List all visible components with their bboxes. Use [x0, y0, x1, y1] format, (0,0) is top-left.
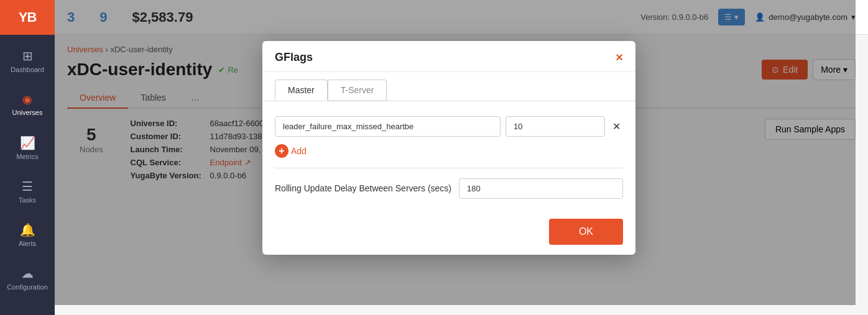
flag-value-input[interactable] — [506, 116, 605, 137]
modal-overlay: GFlags × Master T-Server ✕ — [55, 0, 856, 305]
sidebar-item-alerts[interactable]: 🔔 Alerts — [0, 214, 55, 257]
add-label: Add — [291, 146, 307, 156]
sidebar-label-metrics: Metrics — [16, 153, 38, 161]
add-row: + Add — [275, 144, 623, 158]
sidebar-nav: ⊞ Dashboard ◉ Universes 📈 Metrics ☰ Task… — [0, 35, 55, 301]
content-area: Universes › xDC-user-identity xDC-user-i… — [55, 35, 868, 315]
flag-delete-button[interactable]: ✕ — [610, 118, 623, 135]
rolling-label: Rolling Update Delay Between Servers (se… — [275, 183, 451, 193]
ok-button[interactable]: OK — [549, 219, 623, 245]
modal-tabs: Master T-Server — [262, 72, 635, 101]
alerts-icon: 🔔 — [20, 222, 35, 237]
universes-icon: ◉ — [22, 93, 32, 106]
main-content: 3 9 $2,583.79 Version: 0.9.0.0-b6 ☰ ▾ 👤 … — [55, 0, 868, 315]
add-flag-button[interactable]: + Add — [275, 144, 307, 158]
modal-tab-tserver[interactable]: T-Server — [328, 80, 387, 101]
modal-title: GFlags — [275, 51, 313, 64]
add-circle-icon: + — [275, 144, 289, 158]
sidebar-item-metrics[interactable]: 📈 Metrics — [0, 127, 55, 170]
sidebar-item-tasks[interactable]: ☰ Tasks — [0, 170, 55, 214]
sidebar-label-tasks: Tasks — [19, 196, 36, 204]
modal-tab-master[interactable]: Master — [275, 80, 328, 101]
modal-footer: OK — [262, 219, 635, 255]
modal-header: GFlags × — [262, 41, 635, 72]
sidebar-label-dashboard: Dashboard — [11, 66, 44, 74]
modal-body: ✕ + Add Rolling Update Delay B — [262, 109, 635, 219]
sidebar-item-universes[interactable]: ◉ Universes — [0, 83, 55, 127]
flag-name-input[interactable] — [275, 116, 501, 137]
dashboard-icon: ⊞ — [22, 48, 33, 63]
sidebar-label-universes: Universes — [12, 109, 43, 117]
app-logo[interactable]: YB — [0, 0, 55, 35]
metrics-icon: 📈 — [20, 135, 35, 150]
rolling-delay-input[interactable] — [459, 178, 623, 199]
sidebar-item-dashboard[interactable]: ⊞ Dashboard — [0, 40, 55, 83]
configuration-icon: ☁ — [21, 266, 34, 281]
modal-close-button[interactable]: × — [616, 51, 623, 63]
sidebar-label-alerts: Alerts — [19, 240, 36, 248]
logo-text: YB — [19, 9, 37, 25]
sidebar: YB ⊞ Dashboard ◉ Universes 📈 Metrics ☰ T… — [0, 0, 55, 315]
rolling-update-row: Rolling Update Delay Between Servers (se… — [275, 178, 623, 199]
tasks-icon: ☰ — [22, 179, 33, 194]
flag-row: ✕ — [275, 116, 623, 137]
gflags-modal: GFlags × Master T-Server ✕ — [262, 41, 635, 255]
sidebar-item-configuration[interactable]: ☁ Configuration — [0, 257, 55, 301]
sidebar-label-configuration: Configuration — [7, 283, 47, 291]
modal-separator — [275, 168, 623, 168]
